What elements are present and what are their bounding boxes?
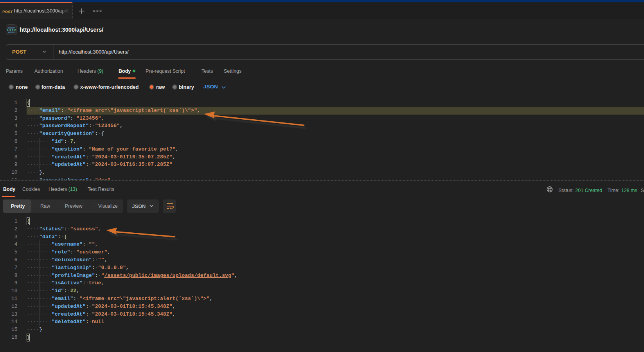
svg-text:HTTP: HTTP xyxy=(7,29,16,32)
